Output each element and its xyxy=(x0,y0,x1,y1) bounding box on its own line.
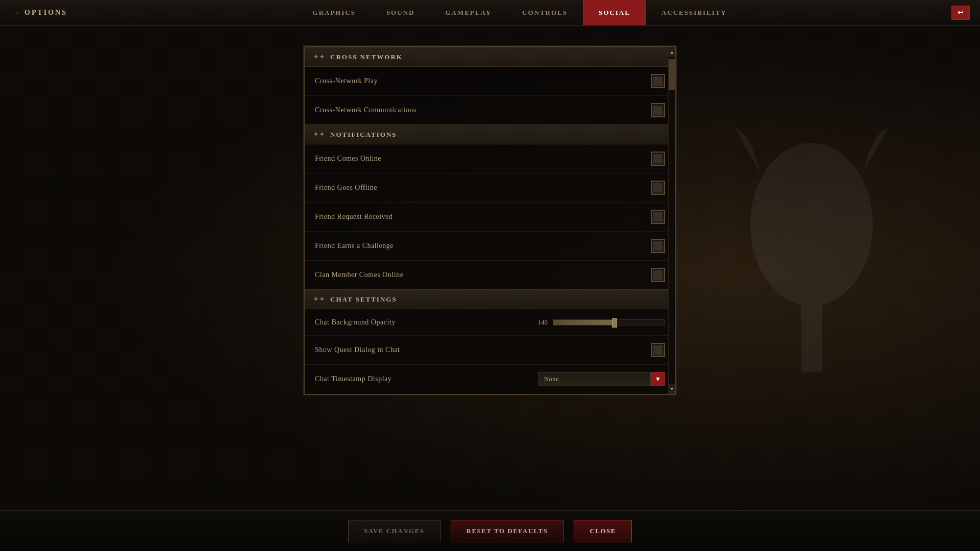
tab-accessibility[interactable]: ACCESSIBILITY xyxy=(646,0,742,26)
friend-offline-checkbox[interactable] xyxy=(651,181,665,195)
setting-row-chat-opacity: Chat Background Opacity 140 xyxy=(305,309,675,336)
tab-social[interactable]: SOCIAL xyxy=(583,0,646,26)
top-navigation: → OPTIONS GRAPHICS SOUND GAMEPLAY CONTRO… xyxy=(0,0,980,26)
chat-opacity-slider-thumb[interactable] xyxy=(612,318,617,328)
clan-online-checkbox[interactable] xyxy=(651,268,665,282)
nav-title: OPTIONS xyxy=(24,9,67,17)
save-changes-button[interactable]: Save Changes xyxy=(348,520,440,542)
notifications-section: ✦✦ NOTIFICATIONS Friend Comes Online Fri… xyxy=(305,124,675,289)
chat-opacity-label: Chat Background Opacity xyxy=(315,318,396,327)
friend-offline-label: Friend Goes Offline xyxy=(315,184,377,192)
setting-row-friend-offline: Friend Goes Offline xyxy=(305,173,675,203)
friend-request-label: Friend Request Received xyxy=(315,213,393,221)
setting-row-timestamp: Chat Timestamp Display None ▼ xyxy=(305,365,675,393)
tab-gameplay[interactable]: GAMEPLAY xyxy=(430,0,507,26)
chat-opacity-slider-container: 140 xyxy=(532,318,665,327)
nav-tabs: GRAPHICS SOUND GAMEPLAY CONTROLS SOCIAL … xyxy=(88,0,951,26)
scrollbar-thumb[interactable] xyxy=(669,59,675,90)
reset-defaults-button[interactable]: Reset to Defaults xyxy=(451,520,564,542)
tab-sound[interactable]: SOUND xyxy=(371,0,430,26)
cross-comms-checkbox[interactable] xyxy=(651,103,665,117)
clan-online-label: Clan Member Comes Online xyxy=(315,271,403,279)
nav-logo: → OPTIONS xyxy=(10,7,67,18)
settings-panel: ✦✦ CROSS NETWORK Cross-Network Play Cros… xyxy=(304,46,676,395)
chat-settings-section: ✦✦ CHAT SETTINGS Chat Background Opacity… xyxy=(305,289,675,393)
cross-play-label: Cross-Network Play xyxy=(315,77,378,85)
quest-dialog-checkbox[interactable] xyxy=(651,343,665,357)
chat-settings-title: CHAT SETTINGS xyxy=(330,295,397,304)
friend-request-checkbox[interactable] xyxy=(651,210,665,224)
friend-online-label: Friend Comes Online xyxy=(315,155,381,163)
bottom-action-bar: Save Changes Reset to Defaults Close xyxy=(0,510,980,551)
cross-play-checkbox[interactable] xyxy=(651,74,665,88)
friend-challenge-checkbox[interactable] xyxy=(651,239,665,253)
timestamp-value: None xyxy=(544,375,558,383)
setting-row-cross-play: Cross-Network Play xyxy=(305,67,675,96)
main-content: ✦✦ CROSS NETWORK Cross-Network Play Cros… xyxy=(0,26,980,510)
chat-opacity-slider-fill xyxy=(553,320,615,325)
chat-opacity-value: 140 xyxy=(532,318,548,327)
timestamp-dropdown-container: None ▼ xyxy=(538,372,665,386)
settings-scroll-container[interactable]: ✦✦ CROSS NETWORK Cross-Network Play Cros… xyxy=(305,47,675,394)
close-button[interactable]: Close xyxy=(574,520,632,542)
cross-network-title: CROSS NETWORK xyxy=(330,53,403,61)
settings-panel-border: ✦✦ CROSS NETWORK Cross-Network Play Cros… xyxy=(304,46,676,395)
notifications-title: NOTIFICATIONS xyxy=(330,131,397,139)
scrollbar-up-arrow[interactable]: ▲ xyxy=(669,47,675,57)
chat-opacity-slider[interactable] xyxy=(553,319,665,325)
setting-row-quest-dialog: Show Quest Dialog in Chat xyxy=(305,336,675,365)
chat-settings-icon: ✦✦ xyxy=(313,295,325,304)
notifications-header: ✦✦ NOTIFICATIONS xyxy=(305,124,675,144)
cross-network-icon: ✦✦ xyxy=(313,53,325,61)
tab-graphics[interactable]: GRAPHICS xyxy=(297,0,371,26)
setting-row-cross-comms: Cross-Network Communications xyxy=(305,96,675,124)
friend-online-checkbox[interactable] xyxy=(651,152,665,166)
setting-row-friend-online: Friend Comes Online xyxy=(305,144,675,173)
cross-network-header: ✦✦ CROSS NETWORK xyxy=(305,47,675,67)
timestamp-dropdown-arrow[interactable]: ▼ xyxy=(651,372,665,386)
back-button[interactable]: ↩ xyxy=(951,6,970,20)
quest-dialog-label: Show Quest Dialog in Chat xyxy=(315,346,400,354)
tab-controls[interactable]: CONTROLS xyxy=(507,0,583,26)
notifications-icon: ✦✦ xyxy=(313,130,325,139)
setting-row-clan-online: Clan Member Comes Online xyxy=(305,261,675,289)
chat-settings-header: ✦✦ CHAT SETTINGS xyxy=(305,289,675,309)
friend-challenge-label: Friend Earns a Challenge xyxy=(315,242,394,250)
timestamp-dropdown[interactable]: None xyxy=(538,372,651,386)
cross-comms-label: Cross-Network Communications xyxy=(315,106,416,114)
scrollbar-down-arrow[interactable]: ▼ xyxy=(669,384,675,394)
setting-row-friend-request: Friend Request Received xyxy=(305,203,675,232)
timestamp-label: Chat Timestamp Display xyxy=(315,375,391,383)
setting-row-friend-challenge: Friend Earns a Challenge xyxy=(305,232,675,261)
logo-arrow-icon: → xyxy=(10,7,20,18)
cross-network-section: ✦✦ CROSS NETWORK Cross-Network Play Cros… xyxy=(305,47,675,124)
